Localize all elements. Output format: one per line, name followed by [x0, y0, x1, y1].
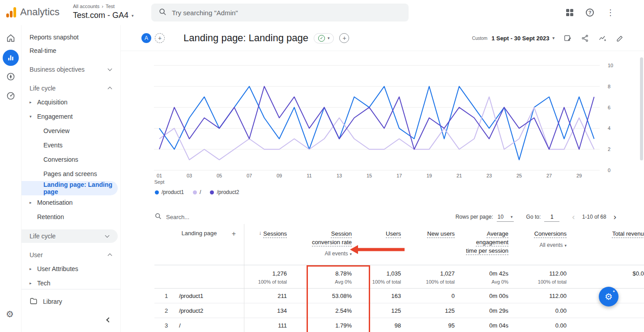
sidebar-item-life-cycle[interactable]: Life cycle: [21, 229, 118, 243]
date-range-picker[interactable]: 1 Sept - 30 Sept 2023 ▾: [491, 35, 554, 42]
caret-down-icon: ▾: [552, 36, 554, 40]
svg-text:2: 2: [608, 147, 610, 152]
sidebar-item-real-time[interactable]: Real-time: [21, 44, 120, 57]
go-to-input[interactable]: [544, 212, 559, 222]
triangle-right-icon[interactable]: ▸: [30, 100, 37, 104]
sidebar-item-user[interactable]: User: [21, 248, 120, 262]
breadcrumb-entity[interactable]: Test: [106, 4, 115, 9]
legend-item-root[interactable]: /: [193, 189, 201, 195]
column-filter-dropdown[interactable]: All events▾: [293, 250, 352, 257]
sidebar-item-library[interactable]: Library: [21, 294, 120, 309]
metric-cell: 163: [358, 289, 407, 303]
next-page-icon[interactable]: ›: [614, 212, 616, 222]
triangle-right-icon[interactable]: ▸: [30, 281, 37, 285]
sidebar-item-monetisation[interactable]: ▸Monetisation: [21, 195, 120, 210]
insights-icon[interactable]: [598, 34, 607, 43]
global-search-input[interactable]: [172, 9, 401, 17]
column-header-conversions[interactable]: ConversionsAll events▾: [515, 224, 573, 265]
sidebar-item-label: Life cycle: [30, 233, 55, 240]
column-header-new-users[interactable]: New users: [407, 224, 461, 265]
report-header: A + Landing page: Landing page ✓ ▾ + Cus…: [121, 25, 644, 51]
admin-gear-icon[interactable]: ⚙: [6, 309, 14, 319]
explore-icon[interactable]: [5, 71, 16, 82]
totals-cell: 0m 42sAvg 0%: [461, 265, 515, 288]
reports-icon-active[interactable]: [3, 50, 19, 66]
pagination: ‹ 1-10 of 68 ›: [572, 212, 616, 222]
sidebar-item-label: Landing page: Landing page: [43, 181, 118, 195]
triangle-right-icon[interactable]: ▸: [30, 267, 37, 271]
svg-text:17: 17: [397, 173, 402, 178]
totals-subtext: 100% of total: [407, 279, 455, 285]
sidebar-item-conversions[interactable]: Conversions: [21, 152, 120, 167]
vertical-scrollbar[interactable]: [640, 57, 643, 160]
column-filter-value: All events: [324, 250, 348, 257]
legend-item-product1[interactable]: /product1: [155, 189, 184, 195]
metric-cell: 112.00: [515, 289, 573, 303]
apps-grid-icon[interactable]: [566, 9, 573, 16]
table-search[interactable]: [154, 212, 242, 221]
nav-rail: ⚙: [0, 25, 21, 332]
sidebar-item-life-cycle[interactable]: Life cycle: [21, 82, 120, 95]
table-row-product1[interactable]: 1/product121153.08%16300m 00s112.00: [154, 289, 644, 303]
caret-down-icon: ▾: [132, 13, 134, 18]
column-header-landing-page[interactable]: Landing page +: [154, 224, 244, 265]
previous-page-icon[interactable]: ‹: [572, 212, 575, 222]
table-row-product2[interactable]: 2/product21342.54%1251250m 29s0.00: [154, 303, 644, 318]
triangle-down-icon[interactable]: ▾: [30, 114, 37, 119]
rows-per-page-select[interactable]: 10 ▾: [497, 212, 514, 222]
column-header-session-conversion-rate[interactable]: Session conversion rateAll events▾: [293, 224, 358, 265]
sidebar-item-pages-and-screens[interactable]: Pages and screens: [21, 167, 120, 181]
metric-cell: 111: [244, 318, 293, 332]
dimension-header-label: Landing page: [182, 230, 217, 265]
comparison-avatar[interactable]: A: [141, 33, 151, 43]
legend-item-product2[interactable]: /product2: [210, 189, 239, 195]
collapse-sidebar-icon[interactable]: [103, 315, 112, 324]
sidebar-item-events[interactable]: Events: [21, 138, 120, 152]
sidebar-item-engagement[interactable]: ▾Engagement: [21, 109, 120, 124]
edit-report-icon[interactable]: [615, 34, 624, 43]
sidebar-item-landing-page-landing-page[interactable]: Landing page: Landing page: [21, 181, 118, 195]
sidebar-item-label: User Attributes: [37, 265, 78, 272]
sidebar-item-label: Overview: [43, 127, 69, 134]
column-filter-dropdown[interactable]: All events▾: [515, 242, 567, 248]
sidebar-item-retention[interactable]: Retention: [21, 210, 120, 224]
dimension-cell: 2/product2: [154, 303, 244, 318]
advertising-icon[interactable]: [5, 91, 16, 101]
table-totals-row: 1,276100% of total8.78%Avg 0%1,035100% o…: [154, 265, 644, 289]
breadcrumb[interactable]: All accounts › Test: [73, 4, 115, 9]
sidebar-item-business-objectives[interactable]: Business objectives: [21, 63, 120, 76]
column-header-total-revenue[interactable]: Total revenue: [573, 224, 644, 265]
help-icon[interactable]: ?: [586, 9, 594, 17]
sidebar-item-user-attributes[interactable]: ▸User Attributes: [21, 262, 120, 276]
totals-cell: 1,276100% of total: [244, 265, 293, 288]
property-selector[interactable]: Test.com - GA4 ▾: [73, 11, 134, 20]
table-search-input[interactable]: [166, 214, 242, 220]
triangle-right-icon[interactable]: ▸: [30, 200, 37, 205]
more-menu-icon[interactable]: ⋮: [606, 8, 614, 17]
table-row-root[interactable]: 3/1111.79%98950m 04s0.00: [154, 318, 644, 332]
home-icon[interactable]: [5, 33, 16, 43]
share-icon[interactable]: [580, 34, 589, 43]
sidebar-item-overview[interactable]: Overview: [21, 124, 120, 138]
svg-text:13: 13: [337, 173, 342, 178]
column-header-users[interactable]: Users: [358, 224, 407, 265]
breadcrumb-account[interactable]: All accounts: [73, 4, 99, 9]
sidebar-item-tech[interactable]: ▸Tech: [21, 276, 120, 290]
global-search[interactable]: [151, 4, 409, 22]
report-status-dropdown[interactable]: ✓ ▾: [314, 33, 334, 43]
totals-value: 1,035: [358, 270, 401, 277]
totals-cell: 1,027100% of total: [407, 265, 461, 288]
add-dimension-icon[interactable]: +: [232, 230, 236, 238]
totals-subtext: Avg 0%: [461, 279, 508, 285]
insights-fab[interactable]: ⚙ ✦: [599, 287, 618, 306]
analytics-logo[interactable]: Analytics: [6, 6, 60, 18]
sidebar-item-reports-snapshot[interactable]: Reports snapshot: [21, 30, 120, 44]
sidebar-item-acquisition[interactable]: ▸Acquisition: [21, 95, 120, 109]
column-header-label: Sessions: [263, 230, 287, 238]
data-table: Landing page + ↓SessionsSession conversi…: [154, 224, 644, 332]
column-header-average-engagement-time-per-session[interactable]: Average engagement time per session: [461, 224, 515, 265]
column-header-sessions[interactable]: ↓Sessions: [244, 224, 293, 265]
add-comparison-icon[interactable]: +: [155, 33, 165, 43]
edit-comparison-icon[interactable]: [563, 34, 572, 43]
add-report-icon[interactable]: +: [339, 33, 349, 43]
